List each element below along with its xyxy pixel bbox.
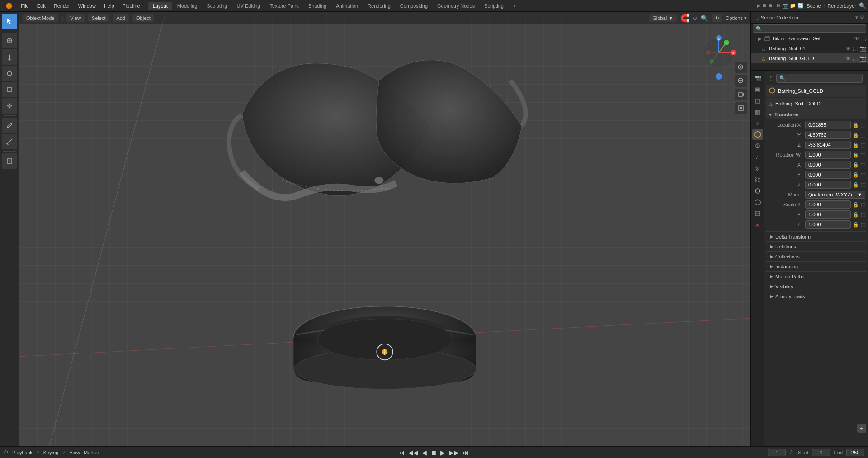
location-x-link[interactable]: ⬚: [861, 122, 865, 128]
scene-props-icon[interactable]: ▦: [752, 106, 763, 117]
world-props-icon[interactable]: ○: [752, 118, 763, 129]
scale-z-value[interactable]: 1.000: [805, 220, 851, 229]
keying-menu[interactable]: Keying: [43, 450, 59, 455]
scale-tool[interactable]: [2, 82, 17, 97]
zoom-out-btn[interactable]: [735, 75, 747, 87]
location-y-value[interactable]: 4.69762: [805, 131, 851, 139]
tab-animation[interactable]: Animation: [331, 2, 363, 10]
location-y-link[interactable]: ⬚: [861, 132, 865, 138]
delta-transform-row[interactable]: ▶ Delta Transform: [766, 231, 866, 241]
snap-toggle[interactable]: 🧲: [680, 14, 689, 23]
instancing-row[interactable]: ▶ Instancing: [766, 261, 866, 271]
tab-uv-editing[interactable]: UV Editing: [232, 2, 265, 10]
options-btn[interactable]: Options ▾: [726, 15, 747, 21]
file-menu[interactable]: File: [17, 2, 33, 10]
transform-orientation[interactable]: Global ▼: [649, 14, 677, 22]
jump-end-btn[interactable]: ⏭: [462, 449, 469, 456]
outliner-item-bathing-suit-01[interactable]: △ Bathing_Suit_01 👁 ⬚ 📷: [751, 43, 868, 53]
mode-selector[interactable]: Object Mode: [23, 14, 58, 22]
select-toggle-1[interactable]: ⬚: [853, 45, 858, 52]
visibility-toggle-2[interactable]: 👁: [845, 55, 851, 62]
view-menu[interactable]: View: [66, 14, 85, 22]
props-search-box[interactable]: 🔍: [776, 74, 863, 83]
location-z-link[interactable]: ⬚: [861, 142, 865, 148]
playback-menu[interactable]: Playback: [12, 450, 33, 455]
view-layer-props-icon[interactable]: ◫: [752, 95, 763, 106]
shader-props-icon[interactable]: [752, 186, 763, 196]
rotation-z-lock[interactable]: 🔒: [853, 182, 859, 188]
viewport-gizmo[interactable]: X Y Z: [701, 34, 737, 71]
tab-modeling[interactable]: Modeling: [173, 2, 202, 10]
help-menu[interactable]: Help: [100, 2, 118, 10]
edit-menu[interactable]: Edit: [33, 2, 49, 10]
overlay-toggle[interactable]: 👁: [712, 14, 722, 22]
scale-y-link[interactable]: ⬚: [861, 212, 865, 218]
window-menu[interactable]: Window: [75, 2, 99, 10]
rotation-x-lock[interactable]: 🔒: [853, 162, 859, 168]
location-z-value[interactable]: -53.81404: [805, 141, 851, 149]
collections-row[interactable]: ▶ Collections: [766, 251, 866, 261]
move-tool[interactable]: [2, 49, 17, 65]
render-props-icon[interactable]: 📷: [752, 72, 763, 83]
rotation-y-value[interactable]: 0.000: [805, 171, 851, 179]
rotate-tool[interactable]: [2, 66, 17, 81]
constraint-props-icon[interactable]: ⛓: [752, 174, 763, 185]
end-frame-input[interactable]: [846, 449, 864, 456]
scale-z-lock[interactable]: 🔒: [853, 222, 859, 228]
perspective-dot[interactable]: [716, 73, 722, 80]
add-property-btn[interactable]: +: [857, 424, 866, 433]
tab-rendering[interactable]: Rendering: [363, 2, 395, 10]
armory-props-icon[interactable]: [752, 208, 763, 219]
select-menu[interactable]: Select: [88, 14, 109, 22]
visibility-toggle-0[interactable]: 👁: [854, 35, 859, 42]
data-props-icon[interactable]: [752, 197, 763, 208]
frame-selected-btn[interactable]: [735, 102, 747, 114]
outliner-item-bathing-suit-gold[interactable]: △ Bathing_Suit_GOLD 👁 ⬚ 📷: [751, 53, 868, 63]
cursor-tool[interactable]: [2, 33, 17, 48]
transform-section-header[interactable]: ▼ Transform: [766, 110, 866, 119]
jump-start-btn[interactable]: ⏮: [398, 449, 405, 456]
scene-selector[interactable]: Scene: [807, 3, 821, 9]
rotation-w-value[interactable]: 1.000: [805, 151, 851, 159]
scale-z-link[interactable]: ⬚: [861, 222, 865, 228]
object-props-icon[interactable]: [752, 129, 763, 140]
rotation-y-lock[interactable]: 🔒: [853, 172, 859, 178]
object-data-name-display[interactable]: △ Bathing_Suit_GOLD: [766, 98, 866, 110]
select-toggle-2[interactable]: ⬚: [853, 55, 858, 62]
scale-y-value[interactable]: 1.000: [805, 210, 851, 219]
visibility-toggle-1[interactable]: 👁: [845, 45, 851, 52]
tab-add[interactable]: +: [509, 2, 520, 10]
add-tool[interactable]: +: [2, 153, 17, 169]
annotate-tool[interactable]: [2, 118, 17, 133]
rotation-w-lock[interactable]: 🔒: [853, 152, 859, 158]
zoom-in-btn[interactable]: [735, 62, 747, 73]
rotation-z-link[interactable]: ⬚: [861, 182, 865, 188]
add-menu[interactable]: Add: [113, 14, 129, 22]
armory-traits-row[interactable]: ▶ Armory Traits: [766, 291, 866, 301]
render-toggle-1[interactable]: 📷: [859, 45, 866, 52]
viewport-canvas[interactable]: X Y Z: [19, 12, 750, 446]
rotation-z-value[interactable]: 0.000: [805, 181, 851, 189]
object-name-display[interactable]: Bathing_Suit_GOLD: [766, 85, 866, 97]
viewport[interactable]: Object Mode | View Select Add Object Glo…: [19, 12, 750, 446]
rotation-w-link[interactable]: ⬚: [861, 152, 865, 158]
search-btn[interactable]: 🔍: [859, 2, 866, 9]
scale-x-link[interactable]: ⬚: [861, 202, 865, 208]
relations-row[interactable]: ▶ Relations: [766, 241, 866, 251]
location-x-value[interactable]: 0.02885: [805, 121, 851, 129]
scale-x-value[interactable]: 1.000: [805, 200, 851, 209]
tab-texture-paint[interactable]: Texture Paint: [265, 2, 303, 10]
current-frame-input[interactable]: [768, 449, 786, 456]
modifier-props-icon[interactable]: [752, 140, 763, 151]
location-y-lock[interactable]: 🔒: [853, 132, 859, 138]
tab-compositing[interactable]: Compositing: [396, 2, 432, 10]
marker-menu[interactable]: Marker: [84, 450, 99, 455]
viewport-search[interactable]: 🔍: [701, 15, 708, 22]
render-layer-selector[interactable]: RenderLayer: [827, 3, 856, 9]
tab-layout[interactable]: Layout: [148, 2, 172, 10]
prev-keyframe-btn[interactable]: ◀◀: [408, 449, 418, 456]
stop-btn[interactable]: ⏹: [430, 449, 437, 456]
next-frame-btn[interactable]: ▶: [440, 449, 445, 456]
measure-tool[interactable]: [2, 134, 17, 149]
tab-shading[interactable]: Shading: [304, 2, 331, 10]
